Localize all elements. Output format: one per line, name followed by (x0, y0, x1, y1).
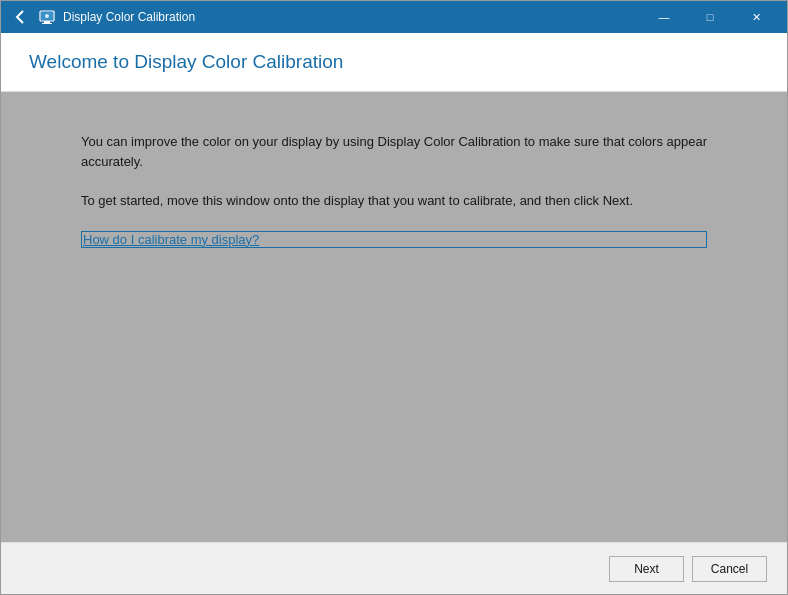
next-button[interactable]: Next (609, 556, 684, 582)
window-controls: — □ ✕ (641, 1, 779, 33)
back-button[interactable] (9, 8, 31, 26)
page-title: Welcome to Display Color Calibration (29, 51, 759, 73)
svg-rect-2 (42, 23, 52, 24)
svg-point-4 (45, 14, 49, 18)
instruction-text: To get started, move this window onto th… (81, 191, 707, 211)
title-bar: Display Color Calibration — □ ✕ (1, 1, 787, 33)
footer: Next Cancel (1, 542, 787, 594)
window: Display Color Calibration — □ ✕ Welcome … (0, 0, 788, 595)
close-button[interactable]: ✕ (733, 1, 779, 33)
help-link[interactable]: How do I calibrate my display? (81, 231, 707, 248)
svg-rect-1 (44, 21, 50, 23)
header-strip: Welcome to Display Color Calibration (1, 33, 787, 92)
description-text: You can improve the color on your displa… (81, 132, 707, 171)
minimize-button[interactable]: — (641, 1, 687, 33)
cancel-button[interactable]: Cancel (692, 556, 767, 582)
maximize-button[interactable]: □ (687, 1, 733, 33)
app-icon (39, 9, 55, 25)
window-title: Display Color Calibration (63, 10, 195, 24)
title-bar-left: Display Color Calibration (9, 8, 195, 26)
main-content: You can improve the color on your displa… (1, 92, 787, 542)
